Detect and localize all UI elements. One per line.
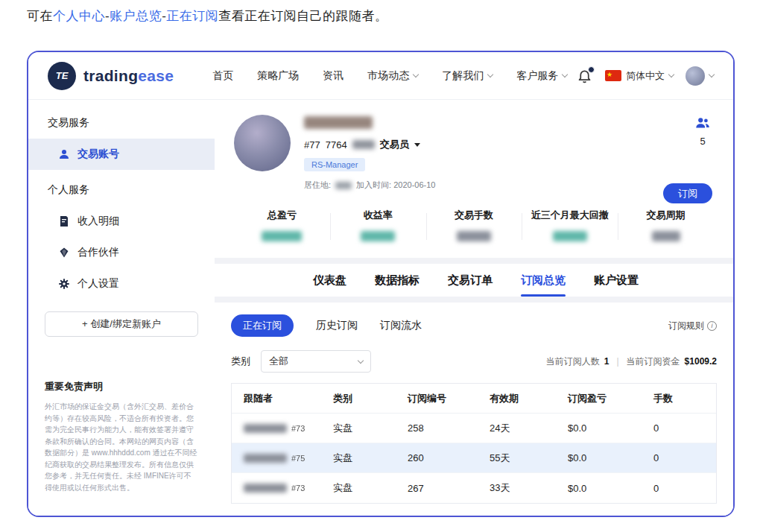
sidebar-section-personal: 个人服务	[28, 183, 215, 197]
tab-subscription-overview[interactable]: 订阅总览	[521, 273, 566, 297]
followers-counter[interactable]: 5	[694, 115, 711, 147]
nav-home[interactable]: 首页	[212, 69, 233, 83]
blurred-stat-value	[652, 231, 680, 241]
link-personal-center[interactable]: 个人中心	[53, 9, 105, 23]
table-row[interactable]: #73 实盘 258 24天 $0.0 0	[232, 414, 716, 443]
col-validity: 有效期	[490, 392, 568, 405]
nav-strategy[interactable]: 策略广场	[257, 69, 299, 83]
subscription-rules-label: 订阅规则	[668, 320, 704, 332]
sidebar-item-label: 合作伙伴	[77, 246, 119, 259]
trader-role-label: 交易员	[380, 138, 409, 151]
table-header-row: 跟随者 类别 订阅编号 有效期 订阅盈亏 手数	[232, 384, 716, 414]
cell-pnl: $0.0	[568, 483, 653, 494]
user-menu[interactable]	[686, 66, 714, 86]
chevron-down-icon	[668, 72, 674, 77]
subscriber-count-label: 当前订阅人数	[546, 355, 600, 368]
subtab-history-subscriptions[interactable]: 历史订阅	[316, 319, 358, 332]
chevron-down-icon	[358, 357, 364, 363]
language-switcher[interactable]: ★ 简体中文	[605, 69, 674, 83]
blurred-stat-value	[262, 231, 302, 241]
blurred-trader-name	[304, 116, 373, 129]
stat-label: 近三个月最大回撤	[522, 209, 618, 222]
disclaimer-text: 外汇市场的保证金交易（含外汇交易、差价合约等）存在较高风险，不适合所有投资者。您…	[45, 401, 198, 493]
info-icon: i	[707, 321, 717, 331]
brand-logo-icon: TE	[48, 62, 76, 90]
cell-subscription-id: 260	[408, 452, 490, 463]
follower-cell: #73	[244, 484, 333, 493]
nav-about[interactable]: 了解我们	[442, 69, 493, 83]
cell-subscription-id: 258	[408, 422, 490, 434]
stat-total-pnl: 总盈亏	[234, 209, 330, 244]
user-avatar	[686, 66, 705, 86]
subscription-summary: 当前订阅人数 1 | 当前订阅资金 $1009.2	[546, 355, 717, 368]
col-type: 类别	[333, 392, 408, 405]
stat-label: 交易周期	[618, 209, 714, 222]
followers-count: 5	[694, 136, 711, 147]
nav-about-label: 了解我们	[442, 69, 484, 83]
user-icon	[58, 148, 70, 160]
stat-label: 总盈亏	[234, 209, 330, 222]
subscribe-button[interactable]: 订阅	[663, 183, 712, 203]
col-subscription-pnl: 订阅盈亏	[568, 392, 653, 405]
subtab-subscription-flow[interactable]: 订阅流水	[380, 319, 422, 332]
subscriber-count-value: 1	[604, 356, 610, 367]
notifications-button[interactable]	[577, 68, 593, 84]
brand-logo-dark: trading	[83, 67, 138, 84]
table-row[interactable]: #75 实盘 260 55天 $0.0 0	[232, 443, 716, 473]
cell-lots: 0	[653, 422, 704, 434]
trader-avatar	[234, 115, 291, 171]
table-row[interactable]: #73 实盘 267 33天 $0.0 0	[232, 473, 716, 503]
site-header: TE tradingease 首页 策略广场 资讯 市场动态 了解我们 客户服务…	[28, 52, 733, 100]
sidebar-item-trading-account[interactable]: 交易账号	[28, 139, 215, 170]
account-tabs: 仪表盘 数据指标 交易订单 订阅总览 账户设置	[215, 264, 733, 297]
follower-cell: #73	[244, 424, 333, 433]
follower-cell: #75	[244, 454, 333, 463]
tab-trade-orders[interactable]: 交易订单	[448, 273, 493, 297]
follower-suffix: #73	[291, 424, 305, 433]
nav-market-label: 市场动态	[367, 69, 409, 83]
brand-logo[interactable]: TE tradingease	[48, 62, 174, 90]
sidebar-item-income[interactable]: 收入明细	[28, 206, 215, 237]
tab-data-metrics[interactable]: 数据指标	[375, 273, 420, 297]
category-select[interactable]: 全部	[261, 350, 371, 373]
sidebar-item-label: 交易账号	[77, 148, 119, 161]
category-select-value: 全部	[269, 355, 288, 368]
subscription-rules-link[interactable]: 订阅规则 i	[668, 320, 717, 332]
blurred-stat-value	[553, 231, 587, 241]
tab-dashboard[interactable]: 仪表盘	[313, 273, 346, 297]
partner-diamond-icon	[58, 247, 70, 259]
link-account-overview[interactable]: 账户总览	[110, 9, 162, 23]
stats-row: 总盈亏 收益率 交易手数 近三个月最大回撤	[234, 209, 714, 244]
instruction-prefix: 可在	[27, 9, 53, 23]
cell-pnl: $0.0	[568, 422, 653, 434]
sidebar-section-trading: 交易服务	[28, 116, 215, 130]
nav-strategy-label: 策略广场	[257, 69, 299, 83]
blurred-follower-name	[244, 424, 287, 433]
create-bind-account-button[interactable]: + 创建/绑定新账户	[45, 311, 198, 337]
join-date-label: 加入时间: 2020-06-10	[356, 180, 435, 191]
caret-down-icon[interactable]	[414, 143, 420, 147]
stat-lots: 交易手数	[426, 209, 522, 244]
link-subscribing[interactable]: 正在订阅	[166, 9, 218, 23]
subtab-current-subscriptions[interactable]: 正在订阅	[231, 314, 294, 337]
disclaimer-block: 重要免责声明 外汇市场的保证金交易（含外汇交易、差价合约等）存在较高风险，不适合…	[28, 380, 215, 508]
trader-profile-panel: #77 7764 交易员 RS-Manager 居住地: 加入时间: 2020-…	[215, 100, 733, 258]
summary-divider: |	[613, 356, 621, 367]
followers-icon	[694, 115, 711, 131]
nav-market[interactable]: 市场动态	[367, 69, 418, 83]
filter-row: 类别 全部 当前订阅人数 1 | 当前订阅资金 $1009.2	[231, 350, 717, 373]
nav-service[interactable]: 客户服务	[516, 69, 567, 83]
notification-badge	[588, 66, 595, 73]
cell-lots: 0	[653, 483, 704, 494]
subscription-fund-label: 当前订阅资金	[627, 355, 680, 368]
tab-account-settings[interactable]: 账户设置	[594, 273, 639, 297]
cell-type: 实盘	[333, 481, 408, 495]
disclaimer-title: 重要免责声明	[45, 380, 198, 393]
sidebar-item-settings[interactable]: 个人设置	[28, 268, 215, 300]
income-statement-icon	[58, 215, 70, 227]
cell-validity: 24天	[490, 422, 568, 435]
nav-news[interactable]: 资讯	[323, 69, 343, 83]
sidebar-item-partner[interactable]: 合作伙伴	[28, 237, 215, 268]
stat-max-drawdown: 近三个月最大回撤	[522, 209, 618, 244]
brand-logo-accent: ease	[138, 67, 174, 84]
